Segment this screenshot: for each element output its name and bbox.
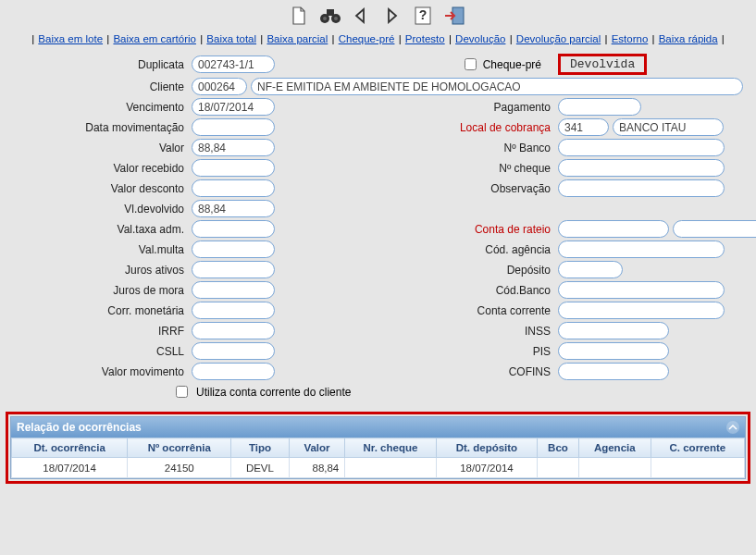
n-cheque-input[interactable]	[558, 159, 725, 177]
svg-point-3	[323, 17, 327, 20]
cod-banco-input[interactable]	[558, 281, 725, 299]
cell-dt-ocorrencia: 18/07/2014	[12, 458, 128, 478]
lbl-irrf: IRRF	[13, 325, 184, 338]
juros-ativos-input[interactable]	[192, 261, 275, 278]
lbl-conta-rateio: Conta de rateio	[384, 223, 551, 236]
lbl-pis: PIS	[384, 345, 551, 358]
cell-c-corrente	[651, 458, 744, 478]
new-doc-icon[interactable]	[289, 6, 313, 26]
collapse-icon[interactable]	[726, 421, 739, 434]
lbl-vl-devolvido: Vl.devolvido	[13, 203, 184, 216]
svg-rect-2	[327, 9, 334, 16]
col-agencia[interactable]: Agencia	[578, 438, 651, 458]
cliente-cod-input[interactable]	[192, 78, 247, 95]
binoculars-icon[interactable]	[319, 6, 343, 26]
val-multa-input[interactable]	[192, 240, 275, 258]
data-mov-input[interactable]	[192, 118, 275, 136]
cod-agencia-input[interactable]	[558, 240, 725, 258]
corr-monet-input[interactable]	[192, 302, 275, 319]
lbl-corr-monet: Corr. monetária	[13, 304, 184, 317]
link-protesto[interactable]: Protesto	[405, 33, 445, 44]
local-cob-cod-input[interactable]	[558, 118, 609, 136]
lbl-observacao: Observação	[384, 182, 551, 195]
lbl-inss: INSS	[384, 325, 551, 338]
juros-mora-input[interactable]	[192, 281, 275, 299]
svg-text:?: ?	[418, 7, 427, 22]
vencimento-input[interactable]	[192, 98, 275, 116]
help-icon[interactable]: ?	[413, 6, 437, 26]
vl-devolvido-input[interactable]	[192, 200, 275, 217]
local-cob-nome-input[interactable]	[613, 118, 724, 136]
link-cheque-pre[interactable]: Cheque-pré	[339, 33, 395, 44]
conta-corrente-input[interactable]	[558, 302, 725, 319]
valor-desconto-input[interactable]	[192, 179, 275, 197]
status-badge: Devolvida	[558, 54, 647, 75]
link-baixa-lote[interactable]: Baixa em lote	[38, 33, 103, 44]
link-devolucao-parcial[interactable]: Devolução parcial	[516, 33, 601, 44]
col-valor[interactable]: Valor	[289, 438, 345, 458]
col-nr-cheque[interactable]: Nr. cheque	[345, 438, 436, 458]
col-bco[interactable]: Bco	[538, 438, 579, 458]
lbl-valor: Valor	[13, 142, 184, 154]
pagamento-input[interactable]	[558, 98, 641, 116]
link-baixa-total[interactable]: Baixa total	[206, 33, 256, 44]
irrf-input[interactable]	[192, 322, 275, 339]
action-links: | Baixa em lote | Baixa em cartório | Ba…	[0, 28, 756, 54]
exit-door-icon[interactable]	[443, 6, 467, 26]
svg-point-4	[334, 17, 338, 20]
link-baixa-rapida[interactable]: Baixa rápida	[659, 33, 718, 44]
lbl-utiliza-cc: Utiliza conta corrente do cliente	[196, 386, 351, 399]
lbl-valor-mov: Valor movimento	[13, 365, 184, 378]
lbl-vencimento: Vencimento	[13, 101, 184, 114]
cliente-nome-input[interactable]	[251, 78, 743, 95]
conta-rateio2-input[interactable]	[673, 220, 756, 238]
cofins-input[interactable]	[558, 363, 669, 380]
observacao-input[interactable]	[558, 179, 725, 197]
col-tipo[interactable]: Tipo	[231, 438, 289, 458]
lbl-n-banco: Nº Banco	[384, 142, 551, 154]
cheque-pre-checkbox[interactable]	[465, 58, 477, 70]
occurrences-frame: Relação de ocorrências Dt. ocorrência Nº…	[6, 412, 750, 484]
lbl-cod-banco: Cód.Banco	[384, 284, 551, 297]
lbl-valor-recebido: Valor recebido	[13, 162, 184, 175]
conta-rateio1-input[interactable]	[558, 220, 669, 238]
occurrences-table: Dt. ocorrência Nº ocorrênia Tipo Valor N…	[11, 438, 745, 478]
lbl-juros-mora: Juros de mora	[13, 284, 184, 297]
csll-input[interactable]	[192, 342, 275, 360]
link-estorno[interactable]: Estorno	[612, 33, 649, 44]
n-banco-input[interactable]	[558, 139, 725, 156]
col-dt-deposito[interactable]: Dt. depósito	[436, 438, 538, 458]
valor-input[interactable]	[192, 139, 275, 156]
inss-input[interactable]	[558, 322, 669, 339]
lbl-cofins: COFINS	[384, 365, 551, 378]
table-header-row: Dt. ocorrência Nº ocorrênia Tipo Valor N…	[12, 438, 745, 458]
lbl-deposito: Depósito	[384, 264, 551, 277]
col-dt-ocorrencia[interactable]: Dt. ocorrência	[12, 438, 128, 458]
deposito-input[interactable]	[558, 261, 623, 278]
lbl-juros-ativos: Juros ativos	[13, 264, 184, 277]
duplicata-input[interactable]	[192, 56, 275, 73]
lbl-data-mov: Data movimentação	[13, 121, 184, 134]
lbl-conta-corrente: Conta corrente	[384, 304, 551, 317]
table-row[interactable]: 18/07/2014 24150 DEVL 88,84 18/07/2014	[12, 458, 745, 478]
cell-n-ocorrenia: 24150	[128, 458, 231, 478]
form-grid: Duplicata Cheque-pré Devolvida Cliente V…	[13, 54, 743, 401]
utiliza-cc-checkbox[interactable]	[176, 386, 188, 398]
link-baixa-parcial[interactable]: Baixa parcial	[266, 33, 328, 44]
lbl-duplicata: Duplicata	[13, 58, 184, 71]
val-taxa-adm-input[interactable]	[192, 220, 275, 238]
col-c-corrente[interactable]: C. corrente	[651, 438, 744, 458]
valor-mov-input[interactable]	[192, 363, 275, 380]
lbl-n-cheque: Nº cheque	[384, 162, 551, 175]
link-devolucao[interactable]: Devolução	[455, 33, 505, 44]
cell-dt-deposito: 18/07/2014	[436, 458, 538, 478]
arrow-left-icon[interactable]	[351, 6, 375, 26]
valor-recebido-input[interactable]	[192, 159, 275, 177]
lbl-cliente: Cliente	[13, 80, 184, 93]
pis-input[interactable]	[558, 342, 669, 360]
link-baixa-cartorio[interactable]: Baixa em cartório	[113, 33, 195, 44]
arrow-right-icon[interactable]	[381, 6, 405, 26]
lbl-val-taxa-adm: Val.taxa adm.	[13, 223, 184, 236]
col-n-ocorrenia[interactable]: Nº ocorrênia	[128, 438, 231, 458]
cell-agencia	[578, 458, 651, 478]
